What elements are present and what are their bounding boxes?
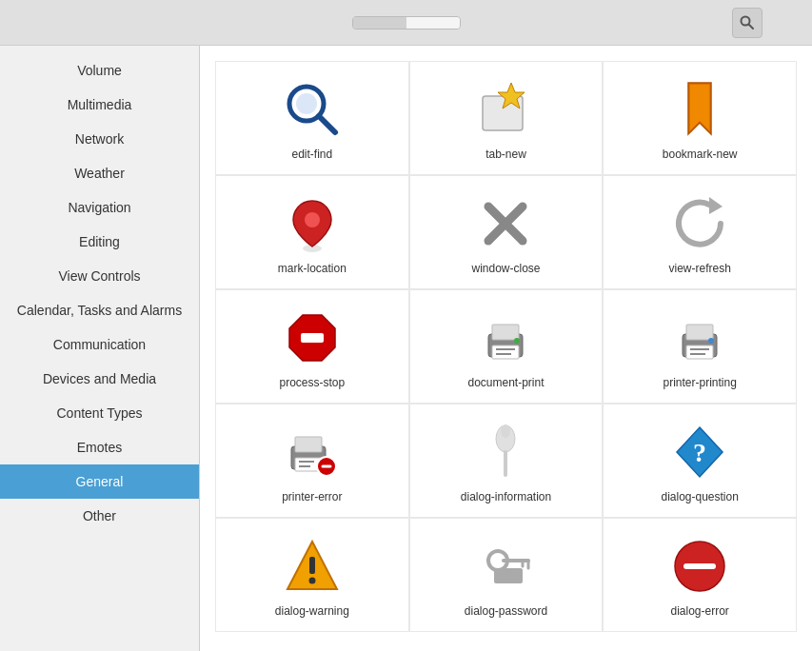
icon-cell-process-stop[interactable]: process-stop [215, 289, 409, 404]
icon-label-dialog-information: dialog-information [461, 490, 551, 503]
svg-point-3 [296, 93, 317, 114]
sidebar-item-editing[interactable]: Editing [0, 225, 199, 259]
sidebar-item-communication[interactable]: Communication [0, 327, 199, 362]
icon-label-view-refresh: view-refresh [668, 262, 730, 275]
titlebar [0, 0, 812, 46]
dialog-warning-icon [282, 536, 343, 597]
dialog-password-icon [475, 536, 536, 597]
main-layout: VolumeMultimediaNetworkWeatherNavigation… [0, 46, 812, 651]
svg-rect-43 [494, 568, 523, 583]
window-close-icon [475, 193, 536, 254]
svg-rect-15 [301, 333, 324, 343]
svg-point-37 [501, 424, 510, 438]
svg-line-4 [319, 116, 335, 132]
svg-text:?: ? [693, 438, 706, 467]
icon-cell-document-print[interactable]: document-print [409, 289, 604, 404]
icon-cell-edit-find[interactable]: edit-find [215, 61, 409, 175]
bookmark-new-icon [669, 79, 730, 140]
icon-label-printer-error: printer-error [282, 490, 342, 503]
svg-point-10 [305, 212, 320, 227]
svg-point-41 [308, 578, 315, 584]
sidebar-item-general[interactable]: General [0, 464, 199, 499]
icon-cell-tab-new[interactable]: tab-new [409, 61, 604, 175]
svg-rect-24 [686, 345, 713, 359]
sidebar-item-calendar--tasks-and-alarms[interactable]: Calendar, Tasks and Alarms [0, 293, 199, 327]
document-print-icon [475, 307, 536, 368]
icon-cell-printer-error[interactable]: printer-error [215, 404, 409, 518]
sidebar-item-devices-and-media[interactable]: Devices and Media [0, 362, 199, 396]
tab-new-icon [475, 79, 536, 140]
icon-label-dialog-warning: dialog-warning [275, 604, 349, 618]
icon-cell-mark-location[interactable]: mark-location [215, 175, 409, 289]
icon-grid: edit-find tab-new bookmark-new mark-loca… [215, 61, 797, 632]
svg-rect-17 [492, 325, 519, 340]
icon-label-dialog-question: dialog-question [661, 490, 738, 503]
search-icon [740, 15, 755, 30]
svg-line-1 [749, 24, 754, 29]
sidebar-item-other[interactable]: Other [0, 499, 199, 533]
sidebar-item-multimedia[interactable]: Multimedia [0, 88, 199, 122]
icon-cell-dialog-question[interactable]: ? dialog-question [603, 404, 797, 518]
icon-cell-dialog-password[interactable]: dialog-password [409, 518, 604, 632]
icon-label-window-close: window-close [471, 262, 540, 275]
sidebar-item-weather[interactable]: Weather [0, 156, 199, 190]
sidebar-item-emotes[interactable]: Emotes [0, 430, 199, 464]
icon-label-dialog-password: dialog-password [465, 604, 547, 618]
sidebar-item-view-controls[interactable]: View Controls [0, 259, 199, 293]
svg-rect-40 [309, 557, 315, 574]
svg-marker-13 [709, 197, 723, 214]
sidebar-item-content-types[interactable]: Content Types [0, 396, 199, 430]
printer-error-icon [282, 422, 343, 483]
search-button[interactable] [732, 8, 762, 38]
icon-label-process-stop: process-stop [279, 376, 345, 389]
svg-rect-18 [492, 345, 519, 359]
tab-group [352, 16, 461, 30]
icon-cell-window-close[interactable]: window-close [409, 175, 604, 289]
icon-label-edit-find: edit-find [291, 148, 332, 161]
svg-point-19 [514, 338, 520, 344]
icon-cell-dialog-warning[interactable]: dialog-warning [215, 518, 409, 632]
icon-label-dialog-error: dialog-error [670, 604, 728, 618]
icon-label-tab-new: tab-new [485, 148, 526, 161]
icon-cell-view-refresh[interactable]: view-refresh [603, 175, 797, 289]
svg-point-25 [708, 338, 714, 344]
icon-cell-printer-printing[interactable]: printer-printing [603, 289, 797, 404]
icon-label-bookmark-new: bookmark-new [663, 148, 738, 161]
printer-printing-icon [669, 307, 730, 368]
sidebar-item-volume[interactable]: Volume [0, 53, 199, 88]
view-refresh-icon [669, 193, 730, 254]
sidebar-item-navigation[interactable]: Navigation [0, 190, 199, 225]
dialog-question-icon: ? [669, 422, 730, 483]
sidebar: VolumeMultimediaNetworkWeatherNavigation… [0, 46, 200, 651]
icon-cell-dialog-error[interactable]: dialog-error [603, 518, 797, 632]
mark-location-icon [282, 193, 343, 254]
icon-label-document-print: document-print [467, 376, 544, 389]
icon-content: edit-find tab-new bookmark-new mark-loca… [200, 46, 812, 651]
sidebar-item-network[interactable]: Network [0, 122, 199, 156]
icon-cell-dialog-information[interactable]: dialog-information [409, 404, 604, 518]
svg-rect-23 [686, 325, 713, 340]
process-stop-icon [282, 307, 343, 368]
dialog-error-icon [669, 536, 730, 597]
edit-find-icon [282, 79, 343, 140]
icon-label-printer-printing: printer-printing [663, 376, 736, 389]
icon-label-mark-location: mark-location [278, 262, 347, 275]
close-button[interactable] [780, 13, 799, 32]
dialog-information-icon [475, 422, 536, 483]
svg-rect-29 [295, 437, 322, 452]
tab-symbolic[interactable] [406, 17, 460, 29]
icon-cell-bookmark-new[interactable]: bookmark-new [603, 61, 797, 175]
tab-normal[interactable] [353, 17, 406, 29]
